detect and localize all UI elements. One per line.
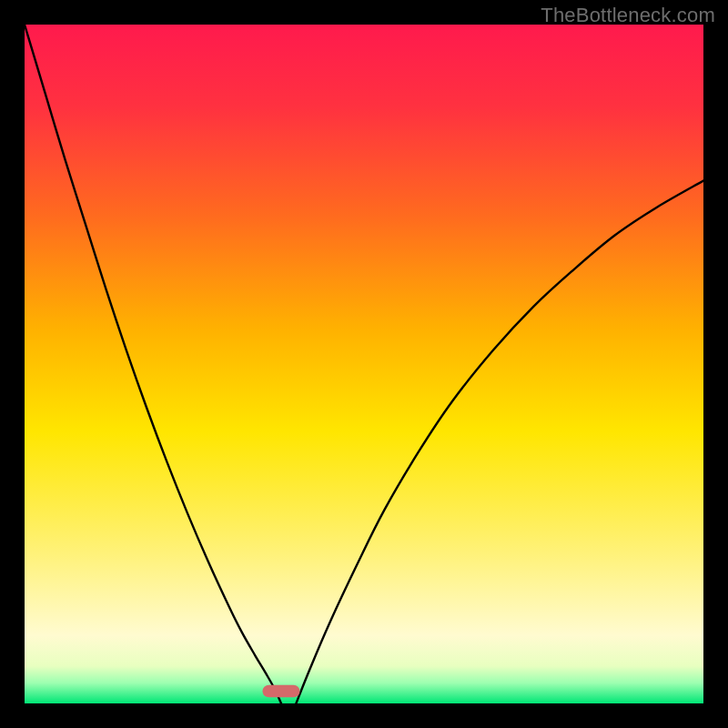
outer-frame: TheBottleneck.com [0, 0, 728, 728]
minimum-marker [262, 685, 299, 697]
plot-svg [25, 25, 703, 703]
watermark-text: TheBottleneck.com [541, 4, 715, 27]
gradient-background [25, 25, 703, 703]
plot-area [25, 25, 703, 703]
